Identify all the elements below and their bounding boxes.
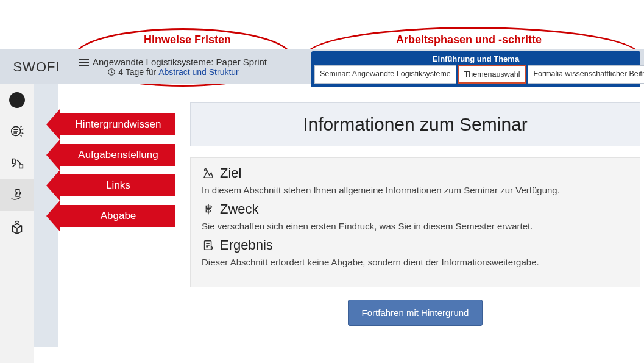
sidebar-info[interactable]: i [0,84,34,116]
arrow-links: Links [60,174,175,196]
sidebar-tools[interactable] [0,148,34,179]
sidebar-brain[interactable] [0,116,34,148]
arrow-aufgabe: Aufgabenstellung [60,144,175,166]
course-block: Angewandte Logistiksysteme: Paper Sprint… [73,54,273,79]
phase-tab-themenauswahl[interactable]: Themenauswahl [458,65,526,84]
deadline-prefix: 4 Tage für [118,67,156,77]
section-heading: Zweck [220,201,259,217]
deadline-link[interactable]: Abstract und Struktur [158,67,239,77]
continue-button[interactable]: Fortfahren mit Hintergrund [348,300,483,326]
info-icon: i [8,91,26,109]
main-content: Informationen zum Seminar Ziel In diesem… [190,102,640,326]
arrow-abgabe: Abgabe [60,205,175,227]
phases-panel: Einführung und Thema Seminar: Angewandte… [311,51,640,87]
annotation-right: Arbeitsphasen und -schritte [396,34,542,46]
brain-icon [8,123,26,141]
content-card: Ziel In diesem Abschnitt stehen Ihnen al… [190,157,640,287]
phase-tab-seminar[interactable]: Seminar: Angewandte Logistiksysteme [314,65,456,84]
sidebar-package[interactable] [0,211,34,243]
course-title: Angewandte Logistiksysteme: Paper Sprint [93,57,267,67]
section-body: Dieser Abschnitt erfordert keine Abgabe,… [202,257,629,267]
phase-tab-formalia[interactable]: Formalia wissenschaftlicher Beitrag [528,65,644,84]
puzzle-hand-icon [8,186,26,204]
package-icon [8,218,26,236]
page-title: Informationen zum Seminar [190,102,640,146]
arrow-hintergrund: Hintergrundwissen [60,113,175,135]
sidebar-puzzle[interactable] [0,179,34,211]
section-ziel: Ziel In diesem Abschnitt stehen Ihnen al… [202,165,629,195]
svg-point-4 [205,169,207,171]
icon-sidebar: i [0,84,34,363]
menu-icon[interactable] [79,59,89,66]
target-icon [202,167,215,180]
svg-text:i: i [15,95,18,106]
section-ergebnis: Ergebnis Dieser Abschnitt erfordert kein… [202,237,629,267]
arrow-stack: Hintergrundwissen Aufgabenstellung Links… [60,113,175,235]
section-heading: Ergebnis [220,237,273,253]
section-heading: Ziel [220,165,241,181]
section-body: Sie verschaffen sich einen ersten Eindru… [202,221,629,231]
clock-icon [107,68,116,76]
phases-header: Einführung und Thema [314,54,637,65]
result-icon [202,239,215,252]
section-body: In diesem Abschnitt stehen Ihnen allgeme… [202,185,629,195]
section-zweck: Zweck Sie verschaffen sich einen ersten … [202,201,629,231]
brand-label: SWOFI [0,59,73,75]
tools-icon [8,154,26,173]
annotation-left: Hinweise Fristen [144,34,231,46]
signpost-icon [202,203,215,216]
